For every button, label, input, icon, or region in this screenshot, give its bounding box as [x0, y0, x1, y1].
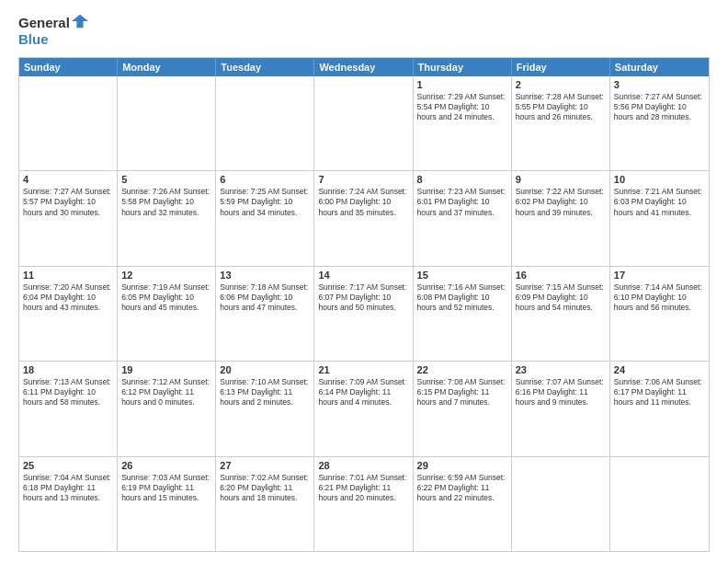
- day-number: 27: [220, 460, 310, 471]
- calendar-cell: 22Sunrise: 7:08 AM Sunset: 6:15 PM Dayli…: [414, 362, 512, 455]
- day-info: Sunrise: 7:28 AM Sunset: 5:55 PM Dayligh…: [516, 92, 606, 122]
- calendar-cell: 12Sunrise: 7:19 AM Sunset: 6:05 PM Dayli…: [118, 267, 216, 361]
- day-info: Sunrise: 7:27 AM Sunset: 5:57 PM Dayligh…: [23, 187, 113, 217]
- day-info: Sunrise: 7:10 AM Sunset: 6:13 PM Dayligh…: [220, 377, 310, 408]
- calendar-header: SundayMondayTuesdayWednesdayThursdayFrid…: [19, 58, 709, 76]
- page: General Blue SundayMondayTuesdayWednesda…: [0, 0, 728, 563]
- calendar-cell: 3Sunrise: 7:27 AM Sunset: 5:56 PM Daylig…: [610, 76, 709, 170]
- calendar-cell: 28Sunrise: 7:01 AM Sunset: 6:21 PM Dayli…: [314, 457, 413, 551]
- calendar-week-0: 1Sunrise: 7:29 AM Sunset: 5:54 PM Daylig…: [19, 76, 709, 170]
- calendar-cell: 15Sunrise: 7:16 AM Sunset: 6:08 PM Dayli…: [414, 267, 512, 361]
- day-number: 20: [220, 364, 310, 375]
- day-info: Sunrise: 7:04 AM Sunset: 6:18 PM Dayligh…: [23, 473, 113, 503]
- calendar-cell: 8Sunrise: 7:23 AM Sunset: 6:01 PM Daylig…: [414, 171, 512, 265]
- calendar: SundayMondayTuesdayWednesdayThursdayFrid…: [18, 57, 710, 552]
- calendar-cell: 26Sunrise: 7:03 AM Sunset: 6:19 PM Dayli…: [118, 457, 216, 551]
- calendar-cell: [118, 76, 216, 170]
- calendar-cell: 16Sunrise: 7:15 AM Sunset: 6:09 PM Dayli…: [512, 267, 610, 361]
- day-info: Sunrise: 7:22 AM Sunset: 6:02 PM Dayligh…: [516, 187, 606, 217]
- day-info: Sunrise: 7:09 AM Sunset: 6:14 PM Dayligh…: [318, 377, 408, 408]
- calendar-cell: 7Sunrise: 7:24 AM Sunset: 6:00 PM Daylig…: [314, 171, 413, 265]
- logo-general: General: [18, 15, 70, 31]
- calendar-cell: 4Sunrise: 7:27 AM Sunset: 5:57 PM Daylig…: [19, 171, 118, 265]
- calendar-cell: 6Sunrise: 7:25 AM Sunset: 5:59 PM Daylig…: [216, 171, 314, 265]
- header: General Blue: [18, 15, 710, 48]
- day-number: 9: [516, 174, 606, 185]
- day-number: 17: [614, 270, 705, 281]
- col-header-sunday: Sunday: [19, 58, 118, 76]
- day-number: 21: [318, 364, 408, 375]
- day-info: Sunrise: 7:16 AM Sunset: 6:08 PM Dayligh…: [417, 282, 507, 313]
- calendar-cell: 21Sunrise: 7:09 AM Sunset: 6:14 PM Dayli…: [314, 362, 413, 455]
- calendar-cell: 25Sunrise: 7:04 AM Sunset: 6:18 PM Dayli…: [19, 457, 118, 551]
- col-header-wednesday: Wednesday: [314, 58, 413, 76]
- calendar-cell: 29Sunrise: 6:59 AM Sunset: 6:22 PM Dayli…: [414, 457, 512, 551]
- calendar-cell: 20Sunrise: 7:10 AM Sunset: 6:13 PM Dayli…: [216, 362, 314, 455]
- calendar-cell: 14Sunrise: 7:17 AM Sunset: 6:07 PM Dayli…: [314, 267, 413, 361]
- calendar-cell: 24Sunrise: 7:06 AM Sunset: 6:17 PM Dayli…: [610, 362, 709, 455]
- calendar-cell: 13Sunrise: 7:18 AM Sunset: 6:06 PM Dayli…: [216, 267, 314, 361]
- day-info: Sunrise: 7:19 AM Sunset: 6:05 PM Dayligh…: [121, 282, 211, 313]
- day-info: Sunrise: 7:21 AM Sunset: 6:03 PM Dayligh…: [614, 187, 705, 217]
- day-number: 13: [220, 270, 310, 281]
- day-number: 14: [318, 270, 408, 281]
- calendar-cell: [19, 76, 118, 170]
- col-header-friday: Friday: [512, 58, 610, 76]
- day-number: 23: [516, 364, 606, 375]
- col-header-monday: Monday: [118, 58, 216, 76]
- calendar-cell: 5Sunrise: 7:26 AM Sunset: 5:58 PM Daylig…: [118, 171, 216, 265]
- day-number: 10: [614, 174, 705, 185]
- day-info: Sunrise: 7:29 AM Sunset: 5:54 PM Dayligh…: [417, 92, 507, 122]
- calendar-cell: 10Sunrise: 7:21 AM Sunset: 6:03 PM Dayli…: [610, 171, 709, 265]
- day-info: Sunrise: 7:14 AM Sunset: 6:10 PM Dayligh…: [614, 282, 705, 313]
- logo-brand: General Blue: [18, 15, 88, 48]
- day-info: Sunrise: 7:15 AM Sunset: 6:09 PM Dayligh…: [516, 282, 606, 313]
- calendar-week-2: 11Sunrise: 7:20 AM Sunset: 6:04 PM Dayli…: [19, 266, 709, 361]
- svg-marker-0: [72, 15, 88, 28]
- calendar-cell: 19Sunrise: 7:12 AM Sunset: 6:12 PM Dayli…: [118, 362, 216, 455]
- day-number: 22: [417, 364, 507, 375]
- calendar-cell: [314, 76, 413, 170]
- day-info: Sunrise: 7:02 AM Sunset: 6:20 PM Dayligh…: [220, 473, 310, 503]
- day-number: 16: [516, 270, 606, 281]
- day-info: Sunrise: 7:03 AM Sunset: 6:19 PM Dayligh…: [121, 473, 211, 503]
- calendar-week-4: 25Sunrise: 7:04 AM Sunset: 6:18 PM Dayli…: [19, 456, 709, 551]
- calendar-cell: 11Sunrise: 7:20 AM Sunset: 6:04 PM Dayli…: [19, 267, 118, 361]
- day-number: 11: [23, 270, 113, 281]
- day-number: 4: [23, 174, 113, 185]
- day-info: Sunrise: 7:23 AM Sunset: 6:01 PM Dayligh…: [417, 187, 507, 217]
- day-info: Sunrise: 7:27 AM Sunset: 5:56 PM Dayligh…: [614, 92, 705, 122]
- calendar-cell: [512, 457, 610, 551]
- day-number: 26: [121, 460, 211, 471]
- day-number: 5: [121, 174, 211, 185]
- calendar-cell: 17Sunrise: 7:14 AM Sunset: 6:10 PM Dayli…: [610, 267, 709, 361]
- day-info: Sunrise: 7:08 AM Sunset: 6:15 PM Dayligh…: [417, 377, 507, 408]
- day-info: Sunrise: 7:17 AM Sunset: 6:07 PM Dayligh…: [318, 282, 408, 313]
- day-number: 7: [318, 174, 408, 185]
- logo: General Blue: [18, 15, 88, 48]
- day-info: Sunrise: 7:01 AM Sunset: 6:21 PM Dayligh…: [318, 473, 408, 503]
- day-info: Sunrise: 7:06 AM Sunset: 6:17 PM Dayligh…: [614, 377, 705, 408]
- day-number: 29: [417, 460, 507, 471]
- day-number: 8: [417, 174, 507, 185]
- day-number: 18: [23, 364, 113, 375]
- calendar-cell: 27Sunrise: 7:02 AM Sunset: 6:20 PM Dayli…: [216, 457, 314, 551]
- day-info: Sunrise: 7:25 AM Sunset: 5:59 PM Dayligh…: [220, 187, 310, 217]
- day-number: 19: [121, 364, 211, 375]
- calendar-cell: [216, 76, 314, 170]
- col-header-thursday: Thursday: [414, 58, 512, 76]
- day-info: Sunrise: 7:26 AM Sunset: 5:58 PM Dayligh…: [121, 187, 211, 217]
- day-info: Sunrise: 7:18 AM Sunset: 6:06 PM Dayligh…: [220, 282, 310, 313]
- day-info: Sunrise: 7:13 AM Sunset: 6:11 PM Dayligh…: [23, 377, 113, 408]
- day-info: Sunrise: 6:59 AM Sunset: 6:22 PM Dayligh…: [417, 473, 507, 503]
- day-info: Sunrise: 7:20 AM Sunset: 6:04 PM Dayligh…: [23, 282, 113, 313]
- day-number: 2: [516, 79, 606, 90]
- logo-blue: Blue: [18, 31, 49, 48]
- calendar-body: 1Sunrise: 7:29 AM Sunset: 5:54 PM Daylig…: [19, 76, 709, 551]
- calendar-cell: 1Sunrise: 7:29 AM Sunset: 5:54 PM Daylig…: [414, 76, 512, 170]
- day-number: 15: [417, 270, 507, 281]
- logo-bird-icon: [72, 13, 88, 29]
- day-number: 6: [220, 174, 310, 185]
- calendar-cell: 23Sunrise: 7:07 AM Sunset: 6:16 PM Dayli…: [512, 362, 610, 455]
- calendar-cell: 18Sunrise: 7:13 AM Sunset: 6:11 PM Dayli…: [19, 362, 118, 455]
